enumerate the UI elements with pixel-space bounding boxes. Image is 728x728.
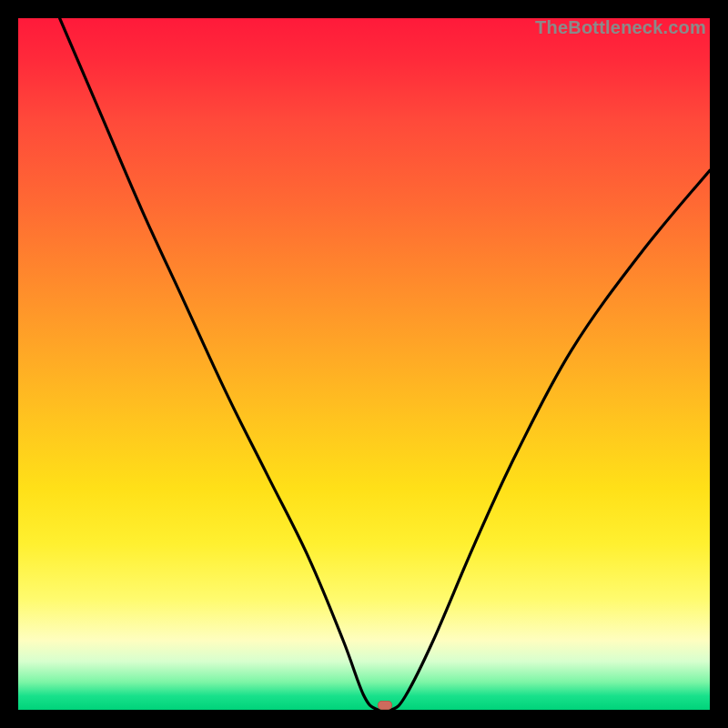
curve-path <box>60 18 710 710</box>
plot-area: TheBottleneck.com <box>18 18 710 710</box>
bottleneck-curve <box>18 18 710 710</box>
optimum-marker <box>378 701 392 710</box>
chart-frame: TheBottleneck.com <box>0 0 728 728</box>
